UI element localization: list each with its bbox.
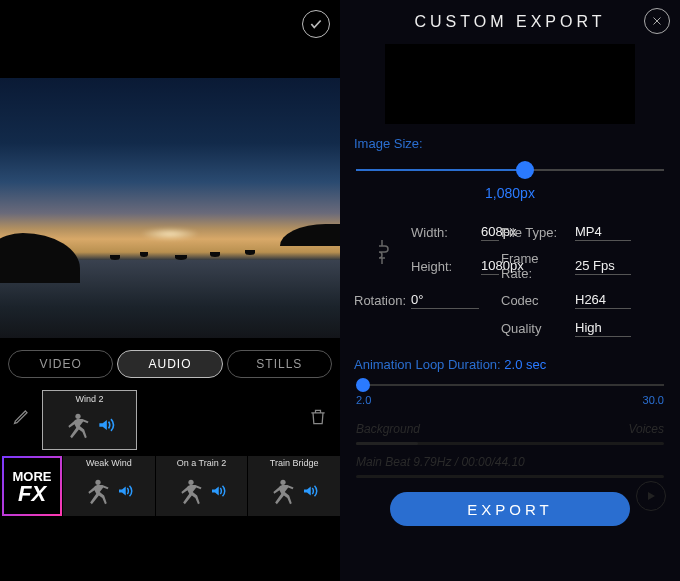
edit-icon[interactable] <box>8 406 36 426</box>
height-label: Height: <box>411 259 479 274</box>
link-dimensions-icon[interactable] <box>354 238 409 266</box>
quality-label: Quality <box>501 321 573 336</box>
svg-point-0 <box>75 414 80 419</box>
filetype-field[interactable]: MP4 <box>575 223 631 241</box>
fx-card-1-label: On a Train 2 <box>158 458 246 468</box>
sound-icon <box>116 482 134 500</box>
dancer-icon <box>64 411 92 439</box>
loop-value: 2.0 sec <box>504 357 546 372</box>
export-header: CUSTOM EXPORT <box>340 0 680 44</box>
selected-audio-card[interactable]: Wind 2 <box>42 390 137 450</box>
faded-beat-label: Main Beat 9.79Hz / 00:00/44.10 <box>356 455 525 469</box>
export-button[interactable]: EXPORT <box>390 492 630 526</box>
loop-min: 2.0 <box>356 394 371 406</box>
width-label: Width: <box>411 225 479 240</box>
fx-row: MORE FX Weak Wind On a Train 2 Train Bri… <box>0 454 340 516</box>
image-size-slider[interactable] <box>356 161 664 179</box>
export-title: CUSTOM EXPORT <box>415 13 606 31</box>
disabled-audio-section: Background Voices Main Beat 9.79Hz / 00:… <box>340 408 680 478</box>
delete-icon[interactable] <box>304 406 332 428</box>
svg-point-1 <box>95 480 100 485</box>
loop-max: 30.0 <box>643 394 664 406</box>
image-size-label: Image Size: <box>340 124 680 155</box>
faded-voices-label: Voices <box>628 422 664 436</box>
loop-slider[interactable] <box>356 378 664 392</box>
fx-card-0[interactable]: Weak Wind <box>62 456 155 516</box>
fx-card-2[interactable]: Train Bridge <box>247 456 340 516</box>
close-icon[interactable] <box>644 8 670 34</box>
width-field[interactable]: 608px <box>481 223 499 241</box>
faded-bg-label: Background <box>356 422 420 436</box>
sound-icon <box>209 482 227 500</box>
fx-card-0-label: Weak Wind <box>65 458 153 468</box>
fx-card-2-label: Train Bridge <box>250 458 338 468</box>
confirm-button[interactable] <box>302 10 330 38</box>
export-pane: CUSTOM EXPORT Image Size: 1,080px Width:… <box>340 0 680 581</box>
dancer-icon <box>84 477 112 505</box>
selected-audio-row: Wind 2 <box>0 386 340 454</box>
left-top-bar <box>0 0 340 48</box>
filetype-label: File Type: <box>501 225 573 240</box>
rotation-label: Rotation: <box>354 293 409 308</box>
editor-pane: VIDEO AUDIO STILLS Wind 2 MORE FX Weak W… <box>0 0 340 581</box>
tab-audio[interactable]: AUDIO <box>117 350 222 378</box>
selected-audio-label: Wind 2 <box>47 394 132 404</box>
more-fx-bottom: FX <box>18 484 46 504</box>
tab-video[interactable]: VIDEO <box>8 350 113 378</box>
loop-duration-line: Animation Loop Duration: 2.0 sec <box>340 341 680 372</box>
fx-card-1[interactable]: On a Train 2 <box>155 456 248 516</box>
rotation-field[interactable]: 0° <box>411 291 479 309</box>
codec-label: Codec <box>501 293 573 308</box>
sound-icon <box>301 482 319 500</box>
tab-stills[interactable]: STILLS <box>227 350 332 378</box>
dancer-icon <box>269 477 297 505</box>
image-size-value: 1,080px <box>340 185 680 201</box>
play-icon <box>636 481 666 511</box>
export-preview <box>385 44 635 124</box>
framerate-field[interactable]: 25 Fps <box>575 257 631 275</box>
preview-image <box>0 78 340 338</box>
loop-label: Animation Loop Duration: <box>354 357 501 372</box>
sound-icon <box>96 415 116 435</box>
svg-point-3 <box>281 480 286 485</box>
mode-tabs: VIDEO AUDIO STILLS <box>0 338 340 386</box>
height-field[interactable]: 1080px <box>481 257 499 275</box>
svg-point-2 <box>188 480 193 485</box>
framerate-label: Frame Rate: <box>501 251 573 281</box>
more-fx-button[interactable]: MORE FX <box>2 456 62 516</box>
export-form: Width: 608px File Type: MP4 Height: 1080… <box>340 201 680 341</box>
quality-field[interactable]: High <box>575 319 631 337</box>
dancer-icon <box>177 477 205 505</box>
codec-field[interactable]: H264 <box>575 291 631 309</box>
